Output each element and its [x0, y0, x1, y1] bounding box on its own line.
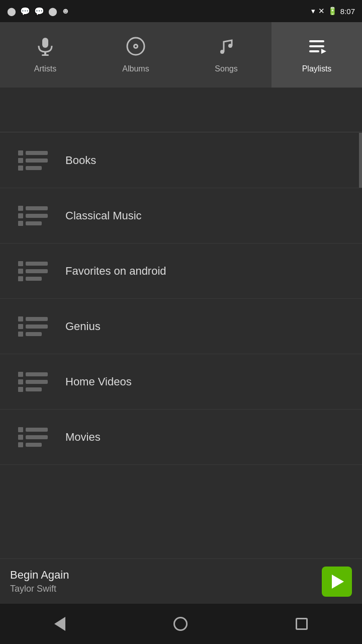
- tab-artists[interactable]: Artists: [0, 22, 90, 88]
- playlist-list-icon: [0, 372, 65, 392]
- scrollbar[interactable]: [359, 133, 362, 188]
- play-button[interactable]: [322, 567, 352, 597]
- playlist-icon: [307, 37, 326, 60]
- svg-point-5: [135, 45, 137, 47]
- bottom-nav: [0, 604, 362, 644]
- tab-albums-label: Albums: [122, 64, 149, 73]
- recent-apps-button[interactable]: [296, 618, 308, 630]
- playlist-list-icon: [0, 316, 65, 337]
- tab-bar: Artists Albums Songs: [0, 22, 362, 88]
- time-display: 8:07: [340, 7, 355, 16]
- tab-artists-label: Artists: [34, 64, 56, 73]
- playlist-list-icon: [0, 150, 65, 171]
- svg-point-7: [228, 44, 232, 48]
- now-playing-artist: Taylor Swift: [10, 584, 322, 594]
- home-icon: [173, 617, 188, 631]
- svg-rect-9: [309, 45, 324, 47]
- header-spacer: [0, 88, 362, 133]
- battery-icon: 🔋: [328, 7, 337, 16]
- mic-icon: [36, 37, 55, 60]
- now-playing-info: Begin Again Taylor Swift: [10, 569, 322, 594]
- playlist-list-icon: [0, 427, 65, 447]
- music-note-icon: [217, 37, 236, 60]
- svg-point-6: [220, 50, 224, 54]
- list-icon: [18, 150, 48, 171]
- back-icon: [54, 617, 65, 631]
- home-button[interactable]: [173, 617, 188, 631]
- svg-marker-11: [321, 49, 326, 54]
- tab-playlists[interactable]: Playlists: [272, 22, 362, 88]
- record-icon: ⬤: [48, 7, 57, 16]
- svg-rect-8: [309, 40, 324, 42]
- playlist-name: Books: [65, 154, 96, 167]
- list-icon: [18, 261, 48, 281]
- list-item[interactable]: Books: [0, 133, 362, 188]
- list-item[interactable]: Movies: [0, 410, 362, 465]
- svg-rect-2: [42, 54, 49, 56]
- play-icon: [332, 575, 344, 589]
- list-item[interactable]: Classical Music: [0, 188, 362, 244]
- playlist-name: Classical Music: [65, 209, 142, 222]
- recent-icon: [296, 618, 308, 630]
- now-playing-title: Begin Again: [10, 569, 322, 582]
- status-icons-right: ▾ ✕ 🔋 8:07: [311, 7, 355, 16]
- album-icon: [126, 37, 145, 60]
- playlist-name: Genius: [65, 320, 101, 333]
- list-icon: [18, 206, 48, 226]
- android-icon: ☻: [61, 7, 70, 16]
- tab-songs-label: Songs: [215, 64, 237, 73]
- dot-icon: ⬤: [7, 7, 16, 16]
- back-button[interactable]: [54, 617, 65, 631]
- svg-rect-0: [42, 38, 48, 48]
- signal-icon: ✕: [318, 7, 325, 16]
- tab-songs[interactable]: Songs: [181, 22, 272, 88]
- svg-rect-10: [309, 50, 319, 52]
- whatsapp-icon2: 💬: [34, 7, 44, 16]
- status-bar: ⬤ 💬 💬 ⬤ ☻ ▾ ✕ 🔋 8:07: [0, 0, 362, 22]
- tab-playlists-label: Playlists: [302, 64, 332, 73]
- playlist-list-icon: [0, 261, 65, 281]
- status-icons-left: ⬤ 💬 💬 ⬤ ☻: [7, 7, 70, 16]
- list-item[interactable]: Favorites on android: [0, 244, 362, 299]
- list-icon: [18, 316, 48, 337]
- tab-albums[interactable]: Albums: [90, 22, 181, 88]
- list-icon: [18, 372, 48, 392]
- now-playing-bar[interactable]: Begin Again Taylor Swift: [0, 558, 362, 604]
- wifi-icon: ▾: [311, 7, 315, 16]
- list-item[interactable]: Home Videos: [0, 354, 362, 410]
- list-icon: [18, 427, 48, 447]
- playlist-list-icon: [0, 206, 65, 226]
- playlist-list: Books Classical Music Favorites on andro…: [0, 133, 362, 558]
- list-item[interactable]: Genius: [0, 299, 362, 354]
- whatsapp-icon: 💬: [20, 7, 30, 16]
- playlist-name: Movies: [65, 431, 101, 444]
- playlist-name: Home Videos: [65, 375, 132, 388]
- playlist-name: Favorites on android: [65, 265, 166, 278]
- svg-rect-1: [44, 52, 46, 54]
